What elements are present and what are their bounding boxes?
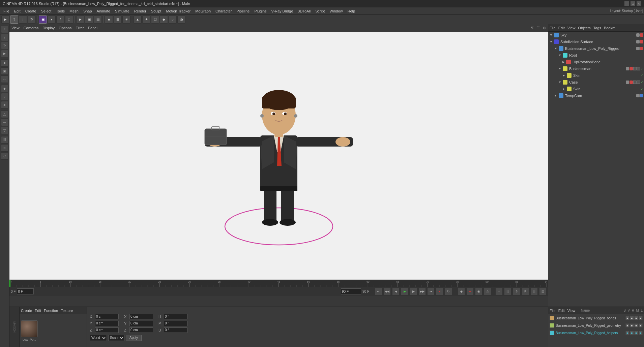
env-obj[interactable]: ◆ <box>160 15 168 24</box>
scale-tool[interactable]: ↕ <box>19 15 27 24</box>
menu-mesh[interactable]: Mesh <box>67 8 81 14</box>
tool-paint[interactable]: ■ <box>1 59 8 67</box>
tool-knife[interactable]: ▱ <box>1 75 8 83</box>
obj-skin1[interactable]: ► Skin ✓ <box>548 72 644 79</box>
prev-key-button[interactable]: ◀◀ <box>383 288 391 295</box>
menu-3dtoall[interactable]: 3DToAll <box>296 8 313 14</box>
prev-frame-button[interactable]: ◀ <box>392 288 400 295</box>
edge-mode[interactable]: / <box>56 15 64 24</box>
close-button[interactable]: ✕ <box>637 1 641 6</box>
bg-obj[interactable]: ☐ <box>151 15 159 24</box>
obj-menu-objects[interactable]: Objects <box>578 26 590 30</box>
h-input[interactable] <box>164 314 187 319</box>
motion-live[interactable]: ⚠ <box>484 288 491 295</box>
tool-smooth[interactable]: ◈ <box>1 101 8 108</box>
render-active[interactable]: ▶ <box>76 15 84 24</box>
next-key-button[interactable]: ▶▶ <box>418 288 426 295</box>
record-button[interactable]: ● <box>436 288 443 295</box>
maximize-button[interactable]: □ <box>631 1 635 6</box>
motion-record[interactable]: ◉ <box>475 288 482 295</box>
apply-button[interactable]: Apply <box>126 335 142 341</box>
menu-animate[interactable]: Animate <box>95 8 112 14</box>
menu-plugins[interactable]: Plugins <box>252 8 268 14</box>
tool-scale[interactable]: ↕ <box>1 34 8 41</box>
vp-icon-settings[interactable]: ⚙ <box>543 26 546 30</box>
vp-menu-view[interactable]: View <box>11 26 20 30</box>
vp-menu-display[interactable]: Display <box>42 26 55 30</box>
move-tool[interactable]: ⇧ <box>10 15 18 24</box>
menu-tools[interactable]: Tools <box>54 8 67 14</box>
tool-rotate[interactable]: ↻ <box>1 42 8 49</box>
anim-snap[interactable]: ▤ <box>539 288 547 295</box>
menu-window[interactable]: Window <box>327 8 345 14</box>
menu-script[interactable]: Script <box>313 8 327 14</box>
tool-spline[interactable]: ◌ <box>1 152 8 160</box>
x-pos-input[interactable] <box>95 314 119 319</box>
obj-businessman[interactable]: ▼ Businessman ✓ <box>548 65 644 72</box>
anim-grid[interactable]: ☷ <box>530 288 538 295</box>
obj-root[interactable]: ▼ Root <box>548 52 644 59</box>
obj-menu-tags[interactable]: Tags <box>593 26 601 30</box>
obj-sky[interactable]: ▼ Sky <box>548 32 644 38</box>
obj-businessman-rigged[interactable]: ▼ Businessman_Low_Poly_Rigged <box>548 45 644 52</box>
menu-create[interactable]: Create <box>23 8 38 14</box>
world-select[interactable]: World Object Local <box>90 335 107 341</box>
vp-menu-cameras[interactable]: Cameras <box>24 26 39 30</box>
obj-menu-view[interactable]: View <box>567 26 576 30</box>
tool-select[interactable]: ▶ <box>1 50 8 57</box>
mat-bones[interactable]: Businessman_Low_Poly_Rigged_bones ■ ■ ■ … <box>548 314 644 322</box>
scene-canvas[interactable] <box>9 32 548 280</box>
tool-loop[interactable]: ∞ <box>1 144 8 152</box>
mat-menu-edit[interactable]: Edit <box>35 309 41 313</box>
vp-menu-options[interactable]: Options <box>59 26 71 30</box>
menu-snap[interactable]: Snap <box>81 8 94 14</box>
cursor-tool[interactable]: ▶ <box>1 15 9 24</box>
rotate-tool[interactable]: ↻ <box>28 15 36 24</box>
render-to-po[interactable]: ▤ <box>94 15 102 24</box>
tool-inflate[interactable]: △ <box>1 111 8 118</box>
mat-mgr-file[interactable]: File <box>550 309 556 313</box>
minimize-button[interactable]: – <box>624 1 629 6</box>
menu-help[interactable]: Help <box>346 8 357 14</box>
loop-button[interactable]: ↻ <box>445 288 452 295</box>
obj-hipbone[interactable]: ▶ HipRotationBone <box>548 59 644 65</box>
mat-helpers[interactable]: Businessman_Low_Poly_Rigged_helpers ■ ■ … <box>548 329 644 337</box>
light-obj[interactable]: ☀ <box>122 15 130 24</box>
tool-polygon[interactable]: ▣ <box>1 67 8 75</box>
window-controls[interactable]: – □ ✕ <box>624 1 641 6</box>
menu-select[interactable]: Select <box>39 8 54 14</box>
scale-select[interactable]: Scale <box>108 335 124 341</box>
camera-obj[interactable]: ☰ <box>114 15 122 24</box>
mat-menu-function[interactable]: Function <box>44 309 58 313</box>
anim-add[interactable]: + <box>495 288 503 295</box>
fog-obj[interactable]: ⌕ <box>169 15 177 24</box>
goto-start-button[interactable]: ⇤ <box>375 288 382 295</box>
sky-obj[interactable]: ★ <box>142 15 150 24</box>
key-mode[interactable]: ◆ <box>458 288 465 295</box>
b-input[interactable] <box>164 327 187 333</box>
obj-menu-file[interactable]: File <box>550 26 556 30</box>
vp-menu-filter[interactable]: Filter <box>76 26 84 30</box>
tool-magnet[interactable]: ◆ <box>1 85 8 92</box>
tool-layer[interactable]: ☷ <box>1 136 8 144</box>
floor-obj[interactable]: ▲ <box>134 15 142 24</box>
tool-grab[interactable]: ▽ <box>1 127 8 134</box>
z-pos-input[interactable] <box>95 327 119 333</box>
menu-vray[interactable]: V-Ray Bridge <box>269 8 295 14</box>
obj-subdiv[interactable]: ▼ Subdivision Surface <box>548 38 644 45</box>
p-input[interactable] <box>164 321 187 326</box>
anim-layer[interactable]: ☷ <box>504 288 511 295</box>
tool-flatten[interactable]: — <box>1 119 8 126</box>
object-mode[interactable]: ▣ <box>39 15 47 24</box>
mat-menu-texture[interactable]: Texture <box>61 309 73 313</box>
obj-tempcam[interactable]: ► TempCam <box>548 92 644 99</box>
menu-character[interactable]: Character <box>213 8 234 14</box>
menu-edit[interactable]: Edit <box>12 8 23 14</box>
obj-menu-edit[interactable]: Edit <box>558 26 565 30</box>
z-rot-input[interactable] <box>129 327 153 333</box>
x-rot-input[interactable] <box>129 314 153 319</box>
auto-key[interactable]: ● <box>466 288 474 295</box>
anim-solo[interactable]: S <box>513 288 520 295</box>
material-thumbnail[interactable] <box>21 320 38 337</box>
null-obj[interactable]: ■ <box>105 15 113 24</box>
